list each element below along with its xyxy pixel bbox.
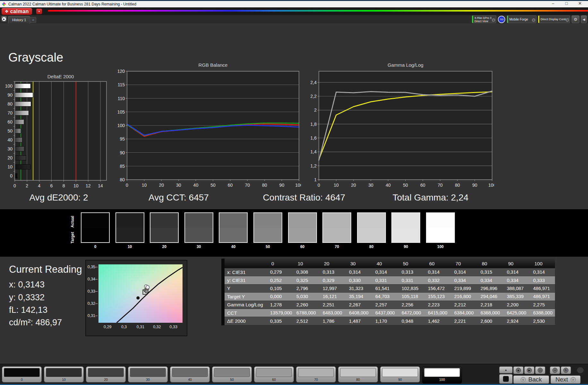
svg-text:85: 85 xyxy=(120,164,125,169)
cie-y-tick: 0,35– xyxy=(87,265,98,269)
pattern-patch-70[interactable]: 70 xyxy=(296,366,336,382)
display-control-name: Direct Display Control xyxy=(541,16,565,22)
swatch-actual xyxy=(323,213,351,228)
step-button[interactable]: [·] xyxy=(535,366,545,374)
pattern-patch-100[interactable]: 100 xyxy=(422,366,462,384)
calman-menu-button[interactable]: ❖ calman xyxy=(2,8,32,15)
svg-text:10: 10 xyxy=(142,183,147,188)
svg-text:0: 0 xyxy=(318,183,320,188)
table-row: y: CIE310,2520,3250,3290,3300,3310,3310,… xyxy=(225,276,555,284)
chevron-down-icon: ▼ xyxy=(566,18,569,22)
svg-text:Gamma Log/Log: Gamma Log/Log xyxy=(388,62,423,68)
table-row: Target Y0,0005,03016,12135,19464,703105,… xyxy=(225,293,555,301)
table-cell: 0,334 xyxy=(502,276,529,284)
pattern-window-button[interactable] xyxy=(499,374,513,384)
minimize-button[interactable]: – xyxy=(546,0,560,6)
pattern-patch-40[interactable]: 40 xyxy=(170,366,210,382)
table-col-header: 50 xyxy=(397,259,423,268)
svg-text:50: 50 xyxy=(403,183,408,188)
swatch-target xyxy=(185,228,213,243)
svg-text:120: 120 xyxy=(117,69,125,74)
close-button[interactable]: ✕ xyxy=(573,0,587,6)
stop-button[interactable]: ■ xyxy=(513,366,524,374)
table-cell: 6425,000 xyxy=(502,309,529,317)
cie-y-tick: 0,31– xyxy=(87,313,98,318)
table-cell: 0,000 xyxy=(266,293,292,300)
swatch-level-label: 50 xyxy=(253,244,282,249)
collapse-panel-button[interactable]: ◀ xyxy=(581,15,587,23)
tab-history-1[interactable]: History 1 xyxy=(8,16,30,23)
swatch-level-label: 80 xyxy=(357,244,386,249)
table-row-label: CCT xyxy=(225,309,266,317)
swatch-50 xyxy=(253,212,282,243)
pattern-patch-90[interactable]: 90 xyxy=(380,366,420,382)
meter-badge[interactable]: 703 xyxy=(498,16,505,23)
patch-label: 60 xyxy=(254,378,294,381)
swatch-40 xyxy=(219,212,248,243)
source-dropdown[interactable]: Mobile Forge ▼ xyxy=(507,15,536,23)
swatch-level-label: 10 xyxy=(115,244,144,249)
table-cell: 0,329 xyxy=(318,276,345,284)
back-button[interactable]: « Back xyxy=(513,375,549,384)
current-reading-title: Current Reading xyxy=(9,264,82,275)
svg-text:1,2: 1,2 xyxy=(311,163,317,168)
display-control-dropdown[interactable]: Direct Display Control ▼ xyxy=(538,15,570,23)
svg-text:100: 100 xyxy=(488,183,494,188)
table-col-header: 90 xyxy=(502,259,529,268)
play-button[interactable]: ▶ xyxy=(524,366,534,374)
table-cell: 6483,000 xyxy=(318,309,345,317)
svg-text:6: 6 xyxy=(50,183,53,188)
pattern-patch-50[interactable]: 50 xyxy=(212,366,252,382)
svg-text:DeltaE 2000: DeltaE 2000 xyxy=(47,74,74,79)
table-cell: 2,796 xyxy=(292,285,318,292)
table-cell: 105,118 xyxy=(397,293,423,300)
table-cell: 0,331 xyxy=(371,276,397,284)
rgb-balance-chart: RGB Balance12011511010510095908580010203… xyxy=(110,62,301,191)
titlebar: Calman 2022 Calman Ultimate for Business… xyxy=(0,1,588,7)
stat-contrast-ratio: Contrast Ratio: 4647 xyxy=(263,193,345,203)
deltae-2000-chart: DeltaE 200002468101214010203040506070809… xyxy=(3,73,109,191)
svg-text:1,8: 1,8 xyxy=(311,122,317,127)
table-col-header: 40 xyxy=(371,259,397,268)
svg-text:0: 0 xyxy=(13,183,16,188)
pattern-patch-0[interactable]: 0 xyxy=(2,366,42,382)
table-cell: 0,252 xyxy=(266,276,292,284)
swatch-level-label: 40 xyxy=(219,244,248,249)
table-cell: 2,600 xyxy=(476,317,502,325)
svg-text:2: 2 xyxy=(314,107,317,113)
table-cell: 1,278 xyxy=(266,301,292,309)
table-cell: 0,315 xyxy=(476,268,502,276)
back-label: Back xyxy=(528,376,542,383)
swatch-target xyxy=(254,228,282,243)
table-cell: 2,924 xyxy=(502,317,529,325)
table-row-label: Gamma Log/Log xyxy=(225,301,266,309)
actual-label: Actual xyxy=(70,216,75,228)
table-cell: 2,256 xyxy=(397,301,423,309)
toolbar: ▶ History 1 + X-Rite i1Pro 3 Direct View… xyxy=(0,15,588,23)
pattern-patch-10[interactable]: 10 xyxy=(44,366,84,382)
add-tab-button[interactable]: + xyxy=(30,17,36,23)
patch-chip xyxy=(256,368,292,377)
pattern-patch-80[interactable]: 80 xyxy=(338,366,378,382)
settings-button[interactable]: ⚙ xyxy=(572,15,579,23)
reading-fl: fL: 142,13 xyxy=(9,305,47,315)
continuous-button[interactable]: ∞ xyxy=(550,366,560,374)
pattern-patch-60[interactable]: 60 xyxy=(254,366,294,382)
meter-dropdown[interactable]: X-Rite i1Pro 3 Direct View ▼ xyxy=(472,15,496,23)
table-cell: 296,896 xyxy=(476,285,502,292)
workflow-nav-button[interactable]: ▶ xyxy=(1,16,7,22)
calman-menu-dropdown[interactable]: ▼ xyxy=(36,9,42,14)
pattern-window-up-button[interactable]: ▲ xyxy=(499,366,513,373)
svg-text:70: 70 xyxy=(245,183,250,188)
swatch-level-label: 90 xyxy=(391,244,420,249)
next-button[interactable]: Next » xyxy=(550,375,581,384)
pattern-patch-20[interactable]: 20 xyxy=(86,366,126,382)
table-cell: 2,512 xyxy=(292,317,318,325)
table-cell: 2,223 xyxy=(423,301,450,309)
svg-text:90: 90 xyxy=(120,150,125,155)
display-status-bar xyxy=(538,16,539,23)
pattern-patch-30[interactable]: 30 xyxy=(128,366,168,382)
loop-button[interactable]: ↻ xyxy=(561,366,571,374)
maximize-button[interactable]: □ xyxy=(560,0,573,6)
stat-avg-cct: Avg CCT: 6457 xyxy=(149,193,209,203)
